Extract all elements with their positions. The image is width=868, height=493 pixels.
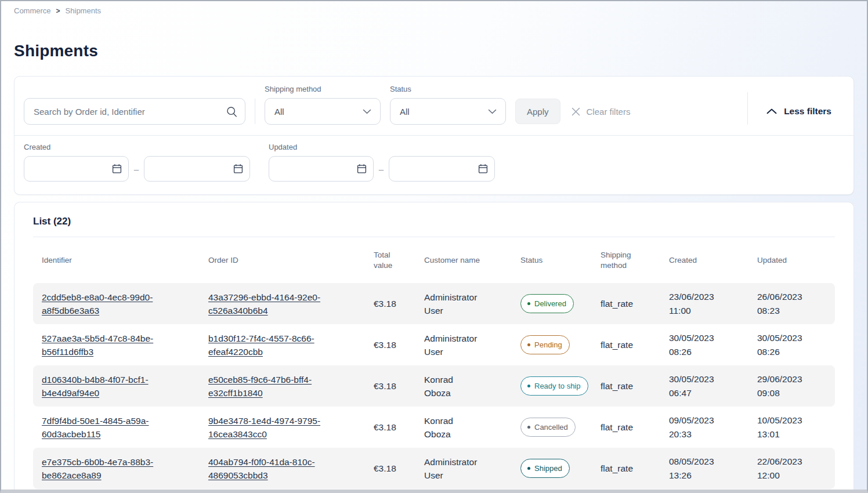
divider-vertical	[747, 92, 748, 125]
updated-to-input[interactable]	[389, 156, 495, 182]
shipments-list-panel: List (22) Identifier Order ID Total valu…	[14, 202, 854, 493]
date-range-separator: –	[374, 164, 389, 174]
updated-time: 08:23	[757, 304, 835, 318]
created-time: 06:47	[669, 386, 748, 400]
less-filters-toggle[interactable]: Less filters	[763, 98, 835, 125]
created-from-wrap	[24, 156, 129, 182]
identifier-cell: 2cdd5eb8-e8a0-4ec8-99d0-a8f5db6e3a63	[33, 291, 200, 317]
updated-label: Updated	[269, 143, 495, 151]
column-header-shipping-method: Shipping method	[592, 250, 660, 271]
breadcrumb-shipments[interactable]: Shipments	[66, 6, 101, 15]
updated-cell: 10/05/202313:01	[748, 414, 835, 441]
order-id-cell: e50ceb85-f9c6-47b6-bff4-e32cff1b1840	[200, 373, 365, 400]
shipping-method-cell: flat_rate	[592, 462, 660, 475]
shipping-method-label: Shipping method	[265, 85, 381, 93]
created-cell: 09/05/202320:33	[660, 414, 748, 441]
customer-name-cell: Administrator User	[415, 332, 512, 358]
status-badge: Cancelled	[520, 418, 576, 437]
status-dot-icon	[527, 426, 530, 429]
shipping-method-value: All	[274, 107, 284, 117]
column-header-status: Status	[512, 256, 592, 264]
status-cell: Cancelled	[512, 418, 592, 437]
table-row: 2cdd5eb8-e8a0-4ec8-99d0-a8f5db6e3a6343a3…	[33, 283, 835, 324]
table-row: 527aae3a-5b5d-47c8-84be-b56f11d6ffb3b1d3…	[33, 324, 835, 365]
status-badge: Ready to ship	[520, 376, 588, 396]
column-header-updated: Updated	[748, 256, 835, 264]
created-cell: 23/06/202311:00	[660, 290, 748, 318]
order-id-cell: 404ab794-f0f0-41da-810c-4869053cbbd3	[200, 455, 365, 482]
identifier-cell: d106340b-b4b8-4f07-bcf1-b4e4d9af94e0	[33, 373, 200, 400]
filters-panel: Shipping method All Status All Apply	[14, 76, 854, 195]
status-label: Status	[390, 85, 506, 93]
updated-from-input[interactable]	[269, 156, 374, 182]
status-dot-icon	[527, 385, 530, 387]
created-from-input[interactable]	[24, 156, 129, 182]
order-id-cell: 9b4e3478-1e4d-4974-9795-16cea3843cc0	[200, 414, 365, 441]
updated-date: 10/05/2023	[757, 414, 835, 427]
updated-time: 08:26	[757, 345, 835, 359]
filters-row-dates: Created –	[15, 136, 853, 194]
order-id-link[interactable]: 404ab794-f0f0-41da-810c-4869053cbbd3	[208, 457, 315, 480]
identifier-cell: 527aae3a-5b5d-47c8-84be-b56f11d6ffb3	[33, 332, 200, 358]
status-cell: Delivered	[512, 294, 592, 313]
created-time: 11:00	[669, 304, 748, 318]
page-title: Shipments	[14, 41, 867, 60]
updated-cell: 26/06/202308:23	[748, 290, 835, 318]
updated-date: 26/06/2023	[757, 290, 835, 304]
created-label: Created	[24, 143, 250, 151]
identifier-link[interactable]: 7df9f4bd-50e1-4845-a59a-60d3acbeb115	[42, 416, 149, 439]
chevron-down-icon	[488, 109, 497, 114]
order-id-cell: 43a37296-ebbd-4164-92e0-c526a340b6b4	[200, 291, 365, 317]
identifier-link[interactable]: d106340b-b4b8-4f07-bcf1-b4e4d9af94e0	[42, 375, 149, 398]
created-to-input[interactable]	[144, 156, 250, 182]
close-icon	[571, 107, 581, 117]
updated-date: 22/06/2023	[757, 455, 835, 469]
identifier-link[interactable]: e7e375cb-6b0b-4e7a-88b3-be862ace8a89	[42, 457, 153, 480]
order-id-link[interactable]: 43a37296-ebbd-4164-92e0-c526a340b6b4	[208, 292, 320, 316]
shipping-method-cell: flat_rate	[592, 297, 660, 310]
search-field-wrap	[24, 98, 245, 125]
identifier-link[interactable]: 2cdd5eb8-e8a0-4ec8-99d0-a8f5db6e3a63	[42, 292, 153, 316]
updated-time: 09:08	[757, 386, 835, 400]
order-id-link[interactable]: b1d30f12-7f4c-4557-8c66-efeaf4220cbb	[208, 334, 314, 357]
column-header-created: Created	[660, 256, 748, 264]
less-filters-label: Less filters	[784, 106, 831, 117]
column-header-identifier: Identifier	[33, 256, 200, 264]
column-header-order-id: Order ID	[200, 256, 365, 264]
status-dot-icon	[527, 343, 530, 346]
status-badge-label: Cancelled	[534, 420, 568, 434]
shipping-method-select[interactable]: All	[265, 98, 381, 125]
chevron-down-icon	[363, 109, 371, 114]
status-select[interactable]: All	[390, 98, 506, 125]
updated-time: 13:01	[757, 427, 835, 441]
table-header: Identifier Order ID Total value Customer…	[33, 237, 835, 283]
identifier-cell: e7e375cb-6b0b-4e7a-88b3-be862ace8a89	[33, 455, 200, 482]
breadcrumb-separator: >	[56, 7, 60, 15]
created-cell: 30/05/202306:47	[660, 372, 748, 400]
search-input[interactable]	[24, 98, 245, 125]
date-range-separator: –	[129, 164, 144, 174]
status-value: All	[400, 107, 410, 117]
created-to-wrap	[144, 156, 250, 182]
customer-name-cell: Konrad Oboza	[415, 414, 512, 441]
identifier-cell: 7df9f4bd-50e1-4845-a59a-60d3acbeb115	[33, 414, 200, 441]
order-id-link[interactable]: 9b4e3478-1e4d-4974-9795-16cea3843cc0	[208, 416, 320, 439]
apply-button[interactable]: Apply	[515, 99, 560, 124]
chevron-up-icon	[766, 108, 777, 114]
list-title: List (22)	[33, 202, 835, 237]
column-header-customer-name: Customer name	[415, 256, 512, 264]
total-value-cell: €3.18	[365, 462, 415, 475]
order-id-link[interactable]: e50ceb85-f9c6-47b6-bff4-e32cff1b1840	[208, 375, 312, 398]
breadcrumb-commerce[interactable]: Commerce	[14, 6, 51, 15]
created-time: 20:33	[669, 427, 748, 441]
total-value-cell: €3.18	[365, 379, 415, 393]
status-dot-icon	[527, 467, 530, 470]
updated-to-wrap	[389, 156, 495, 182]
status-cell: Pending	[512, 335, 592, 354]
status-badge: Pending	[520, 335, 570, 354]
clear-filters-button[interactable]: Clear filters	[567, 98, 634, 125]
divider-vertical	[255, 99, 255, 124]
table-row: e7e375cb-6b0b-4e7a-88b3-be862ace8a89404a…	[33, 448, 835, 489]
created-cell: 30/05/202308:26	[660, 331, 748, 359]
identifier-link[interactable]: 527aae3a-5b5d-47c8-84be-b56f11d6ffb3	[42, 334, 153, 357]
